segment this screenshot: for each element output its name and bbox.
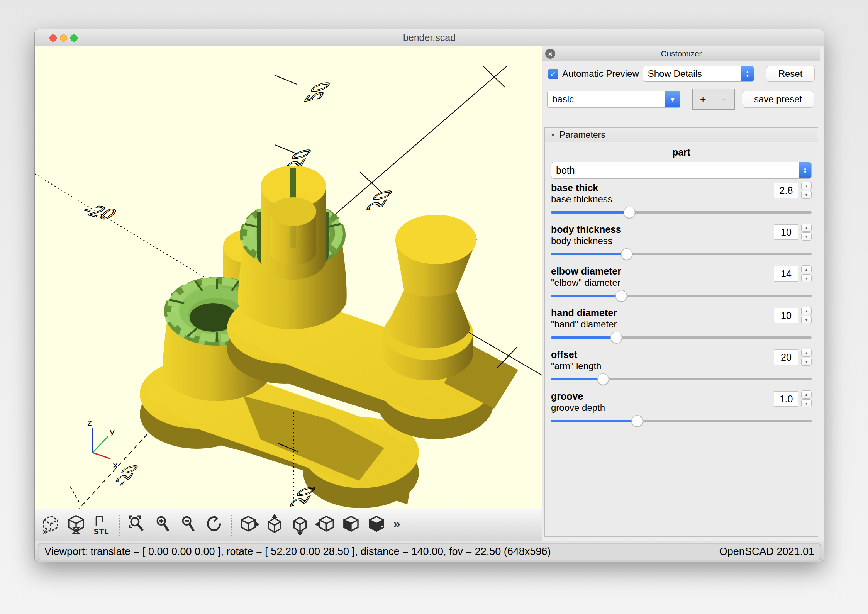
param-stepper-up-icon[interactable]: ▴ — [801, 224, 812, 232]
view-top-button[interactable] — [263, 511, 287, 539]
render-button[interactable] — [64, 511, 88, 539]
details-dropdown-stepper-icon[interactable]: ▴▾ — [741, 66, 754, 81]
view-toolbar: » STL — [35, 509, 542, 541]
customizer-panel: × Customizer ✓ Automatic Preview Show De… — [542, 46, 820, 541]
param-stepper-up-icon[interactable]: ▴ — [801, 390, 812, 399]
param-stepper[interactable]: ▴▾ — [801, 307, 812, 324]
param-slider[interactable] — [551, 248, 812, 260]
toolbar-separator — [231, 514, 232, 536]
details-dropdown[interactable]: Show Details ▴▾ — [643, 66, 754, 82]
param-stepper[interactable]: ▴▾ — [801, 224, 812, 241]
zoom-all-button[interactable] — [125, 511, 149, 539]
minimize-window-button[interactable] — [60, 34, 67, 42]
param-stepper-down-icon[interactable]: ▾ — [801, 274, 812, 282]
export-stl-button[interactable]: STL — [90, 511, 114, 539]
param-value-input[interactable]: 20 — [774, 349, 798, 365]
add-preset-button[interactable]: + — [693, 89, 714, 109]
preset-dropdown[interactable]: basic ▾ — [547, 91, 680, 108]
view-bottom-icon — [294, 517, 306, 535]
toolbar-overflow-button[interactable]: » — [390, 516, 403, 534]
param-stepper-up-icon[interactable]: ▴ — [801, 349, 812, 357]
close-customizer-button[interactable]: × — [545, 49, 555, 59]
viewport-3d[interactable]: 50 20 20 -20 — [35, 46, 542, 541]
param-stepper-up-icon[interactable]: ▴ — [801, 182, 812, 190]
parameters-label: Parameters — [559, 130, 605, 140]
preset-add-remove-group: + - — [692, 89, 735, 110]
param-stepper-down-icon[interactable]: ▾ — [801, 191, 812, 199]
param-slider[interactable] — [551, 415, 812, 427]
view-right-button[interactable] — [237, 511, 261, 539]
save-preset-button[interactable]: save preset — [742, 91, 814, 108]
param-slider[interactable] — [551, 207, 812, 218]
param-name: offset — [551, 349, 601, 360]
param-block: offset"arm" length20▴▾ — [551, 349, 812, 390]
param-slider-thumb[interactable] — [621, 248, 632, 260]
automatic-preview-checkbox[interactable]: ✓ — [548, 69, 558, 79]
parameters-section-header[interactable]: ▼ Parameters — [545, 128, 818, 142]
param-stepper-up-icon[interactable]: ▴ — [801, 307, 812, 315]
view-back-button[interactable] — [364, 511, 388, 539]
param-block: base thickbase thickness2.8▴▾ — [551, 182, 812, 224]
param-stepper-up-icon[interactable]: ▴ — [801, 265, 812, 273]
param-slider-thumb[interactable] — [610, 332, 622, 343]
title-bar[interactable]: bender.scad — [35, 29, 824, 46]
param-stepper-down-icon[interactable]: ▾ — [801, 232, 812, 241]
3d-model-canvas[interactable]: 50 20 20 -20 — [35, 46, 542, 509]
parameters-groupbox: ▼ Parameters part both ▴▾ base thickbase… — [544, 127, 818, 537]
zoom-window-button[interactable] — [70, 34, 78, 42]
remove-preset-button[interactable]: - — [714, 89, 735, 109]
param-name: elbow diameter — [551, 265, 621, 277]
app-window: bender.scad — [35, 29, 824, 562]
part-label: part — [545, 147, 818, 158]
part-dropdown-stepper-icon[interactable]: ▴▾ — [799, 162, 811, 178]
param-desc: groove depth — [551, 402, 605, 413]
close-window-button[interactable] — [49, 34, 57, 42]
view-left-icon — [316, 517, 333, 531]
view-left-button[interactable] — [314, 511, 337, 539]
part-dropdown[interactable]: both ▴▾ — [551, 162, 812, 179]
axis-label-z50: 50 — [299, 79, 336, 104]
reset-view-icon — [208, 516, 220, 530]
param-stepper[interactable]: ▴▾ — [801, 265, 812, 282]
axis-gizmo: z y x — [87, 418, 118, 470]
view-front-button[interactable] — [339, 511, 363, 539]
param-slider-thumb[interactable] — [597, 373, 609, 385]
param-value-input[interactable]: 2.8 — [774, 183, 798, 198]
param-slider[interactable] — [551, 373, 812, 385]
axis-label-zneg20: 20 — [285, 483, 322, 509]
param-slider[interactable] — [551, 290, 812, 302]
export-stl-icon: STL — [94, 517, 109, 535]
reset-button[interactable]: Reset — [766, 66, 815, 82]
param-value-input[interactable]: 1.0 — [774, 391, 798, 407]
param-value-input[interactable]: 14 — [774, 266, 798, 282]
parameter-list: base thickbase thickness2.8▴▾body thickn… — [545, 179, 818, 432]
view-bottom-button[interactable] — [288, 511, 312, 539]
customizer-header: × Customizer — [542, 46, 820, 61]
param-slider[interactable] — [551, 332, 812, 343]
param-stepper-down-icon[interactable]: ▾ — [801, 358, 812, 366]
param-slider-thumb[interactable] — [624, 207, 635, 218]
zoom-in-button[interactable] — [151, 511, 175, 539]
reset-view-button[interactable] — [202, 511, 225, 539]
param-stepper[interactable]: ▴▾ — [801, 349, 812, 366]
app-version-text: OpenSCAD 2021.01 — [719, 546, 814, 558]
preview-button[interactable]: » — [39, 511, 63, 539]
param-stepper-down-icon[interactable]: ▾ — [801, 399, 812, 407]
param-value-input[interactable]: 10 — [774, 308, 798, 323]
param-slider-thumb[interactable] — [631, 415, 643, 427]
param-desc: "elbow" diameter — [551, 277, 621, 288]
zoom-out-button[interactable] — [176, 511, 200, 539]
param-desc: "arm" length — [551, 360, 601, 371]
param-value-input[interactable]: 10 — [774, 224, 798, 240]
param-stepper[interactable]: ▴▾ — [801, 182, 812, 199]
preset-dropdown-chevron-icon[interactable]: ▾ — [665, 91, 680, 107]
param-name: hand diameter — [551, 307, 617, 319]
view-right-icon — [241, 517, 259, 531]
param-stepper-down-icon[interactable]: ▾ — [801, 316, 812, 324]
param-desc: base thickness — [551, 193, 612, 205]
param-name: base thick — [551, 182, 612, 193]
param-desc: "hand" diameter — [551, 319, 617, 330]
param-stepper[interactable]: ▴▾ — [801, 390, 812, 407]
axis-label-y20: 20 — [361, 187, 398, 212]
param-slider-thumb[interactable] — [615, 290, 627, 302]
